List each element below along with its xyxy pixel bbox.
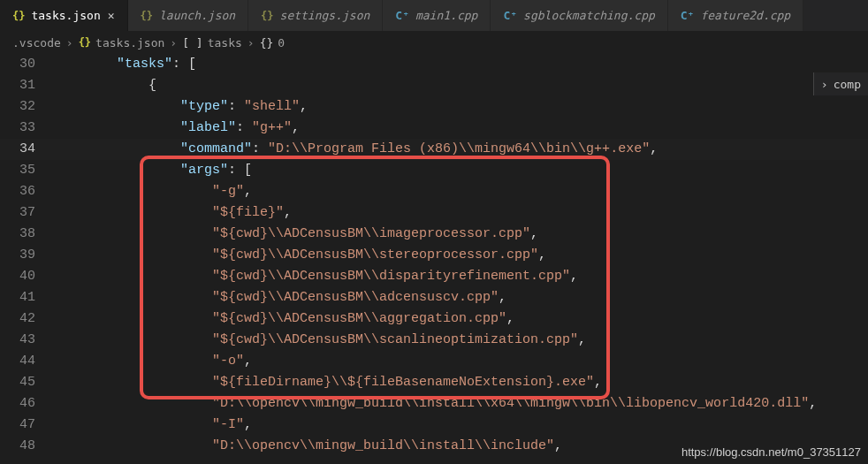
code-content: "label": "g++", — [53, 118, 300, 139]
code-line[interactable]: 38 "${cwd}\\ADCensusBM\\imageprocessor.c… — [0, 224, 868, 245]
code-content: "${fileDirname}\\${fileBasenameNoExtensi… — [53, 372, 602, 393]
json-icon: {} — [141, 10, 153, 22]
chevron-right-icon: › — [66, 36, 73, 49]
breadcrumb-icon: {} — [79, 36, 91, 49]
breadcrumb-icon: {} — [260, 36, 274, 49]
cpp-icon: C⁺ — [681, 9, 695, 22]
code-content: "${cwd}\\ADCensusBM\\aggregation.cpp", — [53, 308, 514, 330]
code-content: "${cwd}\\ADCensusBM\\scanlineoptimizatio… — [53, 330, 586, 351]
breadcrumb[interactable]: .vscode›{}tasks.json›[ ]tasks›{}0 — [0, 31, 868, 54]
line-number: 43 — [0, 330, 53, 351]
tab-feature2d-cpp[interactable]: C⁺feature2d.cpp — [668, 0, 803, 31]
tab-label: main1.cpp — [415, 9, 477, 22]
code-line[interactable]: 36 "-g", — [0, 181, 868, 202]
code-line[interactable]: 32 "type": "shell", — [0, 96, 868, 118]
line-number: 33 — [0, 118, 53, 139]
side-collapsed-panel[interactable]: › comp — [813, 72, 868, 95]
tab-label: launch.json — [159, 9, 235, 22]
line-number: 39 — [0, 245, 53, 266]
code-line[interactable]: 41 "${cwd}\\ADCensusBM\\adcensuscv.cpp", — [0, 287, 868, 308]
code-content: "command": "D:\\Program Files (x86)\\min… — [53, 139, 658, 160]
line-number: 30 — [0, 54, 53, 75]
tab-sgblockmatching-cpp[interactable]: C⁺sgblockmatching.cpp — [491, 0, 667, 31]
tab-tasks-json[interactable]: {}tasks.json✕ — [0, 0, 128, 31]
chevron-right-icon: › — [821, 78, 828, 91]
line-number: 40 — [0, 266, 53, 287]
code-line[interactable]: 46 "D:\\opencv\\mingw_build\\install\\x6… — [0, 393, 868, 415]
close-icon[interactable]: ✕ — [108, 9, 115, 22]
code-content: "D:\\opencv\\mingw_build\\install\\inclu… — [53, 436, 562, 457]
cpp-icon: C⁺ — [395, 9, 409, 22]
breadcrumb-segment[interactable]: 0 — [278, 36, 285, 49]
code-line[interactable]: 45 "${fileDirname}\\${fileBasenameNoExte… — [0, 372, 868, 393]
tab-bar: {}tasks.json✕{}launch.json{}settings.jso… — [0, 0, 868, 31]
code-line[interactable]: 44 "-o", — [0, 351, 868, 372]
breadcrumb-segment[interactable]: tasks — [208, 36, 242, 49]
chevron-right-icon: › — [247, 36, 255, 49]
tab-main1-cpp[interactable]: C⁺main1.cpp — [383, 0, 491, 31]
code-line[interactable]: 40 "${cwd}\\ADCensusBM\\disparityrefinem… — [0, 266, 868, 287]
code-line[interactable]: 47 "-I", — [0, 415, 868, 436]
code-content: "type": "shell", — [53, 96, 308, 118]
line-number: 48 — [0, 436, 53, 457]
code-line[interactable]: 34 "command": "D:\\Program Files (x86)\\… — [0, 139, 868, 160]
line-number: 41 — [0, 287, 53, 308]
cpp-icon: C⁺ — [503, 9, 517, 22]
tab-label: feature2d.cpp — [700, 9, 790, 22]
tab-settings-json[interactable]: {}settings.json — [248, 0, 383, 31]
line-number: 32 — [0, 96, 53, 118]
line-number: 35 — [0, 160, 53, 181]
editor-lines: 30 "tasks": [31 {32 "type": "shell",33 "… — [0, 54, 868, 457]
code-content: "-o", — [53, 351, 252, 372]
code-content: "${cwd}\\ADCensusBM\\adcensuscv.cpp", — [53, 287, 506, 308]
code-content: "tasks": [ — [53, 54, 196, 75]
line-number: 45 — [0, 372, 53, 393]
code-line[interactable]: 35 "args": [ — [0, 160, 868, 181]
line-number: 44 — [0, 351, 53, 372]
breadcrumb-segment[interactable]: tasks.json — [95, 36, 164, 49]
code-content: "${cwd}\\ADCensusBM\\stereoprocessor.cpp… — [53, 245, 546, 266]
code-line[interactable]: 43 "${cwd}\\ADCensusBM\\scanlineoptimiza… — [0, 330, 868, 351]
code-content: "-I", — [53, 415, 252, 436]
code-line[interactable]: 37 "${file}", — [0, 202, 868, 224]
breadcrumb-segment[interactable]: .vscode — [12, 36, 61, 49]
tab-launch-json[interactable]: {}launch.json — [128, 0, 249, 31]
line-number: 46 — [0, 393, 53, 415]
code-line[interactable]: 42 "${cwd}\\ADCensusBM\\aggregation.cpp"… — [0, 308, 868, 330]
breadcrumb-icon: [ ] — [182, 36, 202, 49]
json-icon: {} — [261, 10, 273, 22]
code-content: "${cwd}\\ADCensusBM\\disparityrefinement… — [53, 266, 578, 287]
code-line[interactable]: 33 "label": "g++", — [0, 118, 868, 139]
code-line[interactable]: 31 { — [0, 75, 868, 96]
json-icon: {} — [12, 10, 25, 22]
line-number: 42 — [0, 308, 53, 330]
code-content: { — [53, 75, 156, 96]
code-line[interactable]: 30 "tasks": [ — [0, 54, 868, 75]
code-content: "args": [ — [53, 160, 252, 181]
line-number: 31 — [0, 75, 53, 96]
code-content: "-g", — [53, 181, 252, 202]
code-content: "${file}", — [53, 202, 292, 224]
tab-label: sgblockmatching.cpp — [523, 9, 655, 22]
tab-label: settings.json — [280, 9, 370, 22]
chevron-right-icon: › — [170, 36, 177, 49]
line-number: 37 — [0, 202, 53, 224]
code-content: "${cwd}\\ADCensusBM\\imageprocessor.cpp"… — [53, 224, 538, 245]
line-number: 34 — [0, 139, 53, 160]
code-content: "D:\\opencv\\mingw_build\\install\\x64\\… — [53, 393, 817, 415]
line-number: 36 — [0, 181, 53, 202]
side-panel-label: comp — [834, 78, 861, 91]
watermark: https://blog.csdn.net/m0_37351127 — [681, 445, 861, 459]
code-editor[interactable]: 30 "tasks": [31 {32 "type": "shell",33 "… — [0, 54, 868, 464]
line-number: 47 — [0, 415, 53, 436]
line-number: 38 — [0, 224, 53, 245]
tab-label: tasks.json — [31, 9, 100, 22]
code-line[interactable]: 39 "${cwd}\\ADCensusBM\\stereoprocessor.… — [0, 245, 868, 266]
